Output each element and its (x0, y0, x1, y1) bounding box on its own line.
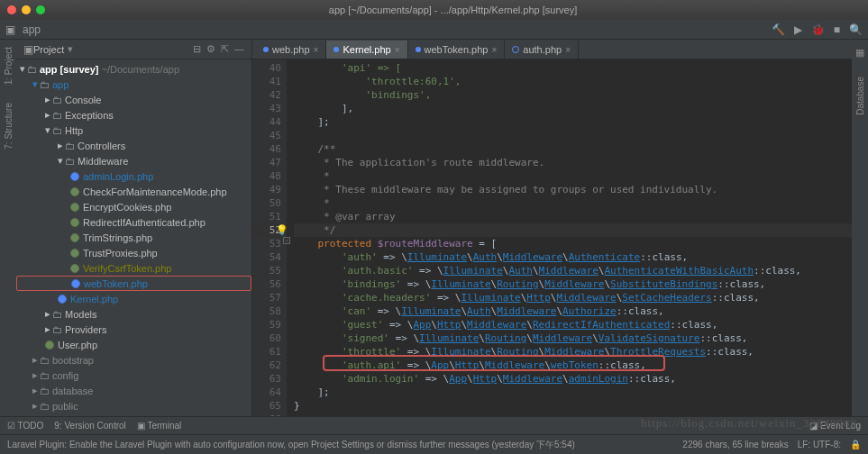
tree-folder[interactable]: ▸ 🗀config (16, 368, 251, 383)
project-tree[interactable]: ▾ 🗀app [survey] ~/Documents/app ▾ 🗀app ▸… (16, 59, 251, 432)
fold-icon[interactable]: - (283, 237, 290, 244)
minimize-icon[interactable] (22, 5, 31, 14)
tree-file[interactable]: VerifyCsrfToken.php (16, 260, 251, 276)
left-gutter: 1: Project 7: Structure (0, 40, 16, 432)
intention-bulb-icon[interactable]: 💡 (276, 223, 288, 237)
build-icon[interactable]: 🔨 (772, 23, 785, 36)
tree-folder[interactable]: ▾ 🗀app (16, 77, 251, 92)
breadcrumb-app[interactable]: app (23, 23, 41, 36)
hide-icon[interactable]: ⇱ (221, 43, 229, 55)
tree-root[interactable]: ▾ 🗀app [survey] ~/Documents/app (16, 61, 251, 77)
tab-webtoken[interactable]: webToken.php× (408, 41, 506, 59)
project-tab[interactable]: 1: Project (4, 47, 14, 85)
tree-folder[interactable]: ▸ 🗀database (16, 383, 251, 398)
tab-web[interactable]: web.php× (256, 41, 326, 59)
tree-file[interactable]: User.php (16, 337, 251, 352)
close-icon[interactable]: × (395, 45, 400, 55)
tree-folder[interactable]: ▾ 🗀Middleware (16, 153, 251, 168)
main-toolbar: ▣ app 🔨 ▶ 🐞 ■ 🔍 (0, 20, 868, 40)
status-message: Laravel Plugin: Enable the Laravel Plugi… (7, 439, 575, 451)
tree-folder[interactable]: ▸ 🗀Exceptions (16, 107, 251, 123)
tree-folder[interactable]: ▸ 🗀bootstrap (16, 352, 251, 368)
structure-tab[interactable]: 7: Structure (4, 103, 14, 150)
project-label: Project (33, 44, 64, 55)
tree-file[interactable]: RedirectIfAuthenticated.php (16, 214, 251, 230)
folder-icon: ▣ (23, 43, 33, 56)
close-icon[interactable]: × (565, 45, 571, 55)
tree-file[interactable]: adminLogin.php (16, 168, 251, 184)
char-count: 2296 chars, 65 line breaks (682, 440, 788, 449)
tree-folder[interactable]: ▸ 🗀Console (16, 92, 251, 107)
window-controls[interactable] (7, 5, 45, 14)
tree-file[interactable]: TrimStrings.php (16, 230, 251, 245)
tree-file[interactable]: Kernel.php (16, 291, 251, 306)
highlight-box (323, 355, 665, 371)
tree-file[interactable]: CheckForMaintenanceMode.php (16, 184, 251, 199)
lock-icon[interactable]: 🔒 (850, 440, 861, 449)
title-bar: app [~/Documents/app] - .../app/Http/Ker… (0, 0, 868, 20)
todo-button[interactable]: ☑ TODO (7, 421, 43, 431)
database-tab[interactable]: Database (855, 77, 865, 115)
editor-tabs: web.php× Kernel.php× webToken.php× auth.… (252, 40, 852, 59)
vcs-button[interactable]: 9: Version Control (54, 421, 126, 431)
close-panel-icon[interactable]: — (234, 43, 244, 55)
tree-file[interactable]: EncryptCookies.php (16, 199, 251, 214)
stop-icon[interactable]: ■ (834, 23, 840, 36)
tree-folder[interactable]: ▸ 🗀Models (16, 306, 251, 322)
watermark: https://blog.csdn.net/weixin_33848988 (641, 416, 857, 431)
search-icon[interactable]: 🔍 (849, 23, 863, 36)
encoding[interactable]: LF: UTF-8: (798, 440, 841, 449)
tab-kernel[interactable]: Kernel.php× (326, 41, 407, 59)
code-area[interactable]: 'api' => [ 'throttle:60,1', 'bindings', … (287, 59, 852, 416)
tree-folder[interactable]: ▸ 🗀public (16, 398, 251, 413)
run-icon[interactable]: ▶ (794, 23, 802, 36)
folder-icon[interactable]: ▣ (5, 23, 15, 36)
right-gutter: ▦ Database (852, 40, 868, 432)
window-title: app [~/Documents/app] - .../app/Http/Ker… (45, 5, 861, 15)
terminal-button[interactable]: ▣ Terminal (137, 421, 181, 431)
close-icon[interactable]: × (491, 45, 497, 55)
project-panel-header: ▣ Project ▾ ⊟ ⚙ ⇱ — (16, 40, 251, 59)
zoom-icon[interactable] (36, 5, 45, 14)
collapse-icon[interactable]: ⊟ (193, 43, 201, 55)
settings-icon[interactable]: ⚙ (206, 43, 215, 55)
close-icon[interactable] (7, 5, 16, 14)
close-icon[interactable]: × (314, 45, 319, 55)
tree-folder[interactable]: ▸ 🗀Providers (16, 322, 251, 337)
tree-file[interactable]: TrustProxies.php (16, 245, 251, 260)
tab-auth[interactable]: auth.php× (505, 41, 579, 59)
tree-file-highlighted[interactable]: webToken.php (16, 276, 251, 291)
tree-folder[interactable]: ▸ 🗀Controllers (16, 138, 251, 153)
project-tool-window: ▣ Project ▾ ⊟ ⚙ ⇱ — ▾ 🗀app [survey] ~/Do… (16, 40, 252, 432)
line-gutter[interactable]: 4041424344454647484950515253545556575859… (252, 59, 287, 416)
editor: web.php× Kernel.php× webToken.php× auth.… (252, 40, 852, 432)
debug-icon[interactable]: 🐞 (811, 23, 825, 36)
tree-folder[interactable]: ▾ 🗀Http (16, 123, 251, 138)
database-tab-icon[interactable]: ▦ (855, 47, 864, 59)
